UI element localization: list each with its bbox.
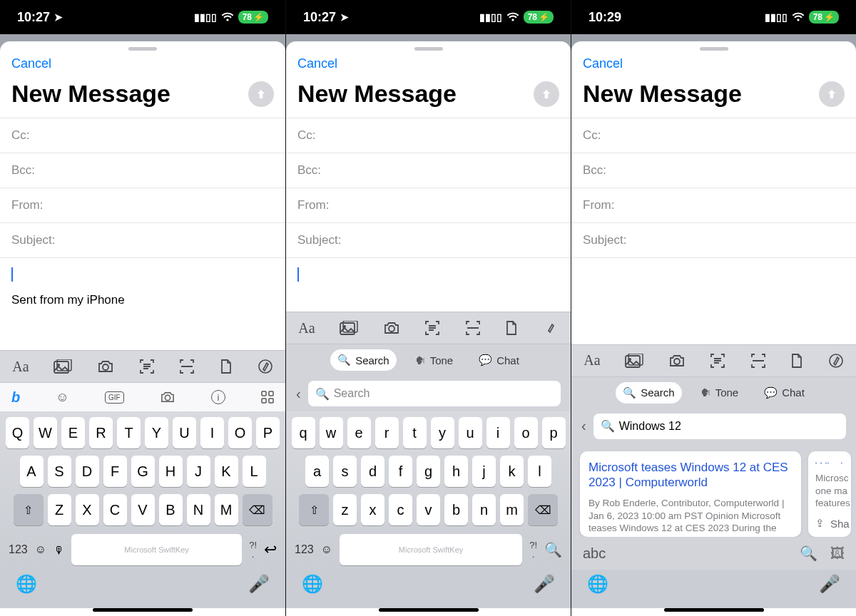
key-o[interactable]: O (228, 417, 252, 448)
emoji-key[interactable]: ☺ (35, 543, 46, 556)
key-x[interactable]: X (76, 494, 99, 525)
key-h[interactable]: H (159, 456, 183, 487)
key-i[interactable]: I (200, 417, 224, 448)
key-h[interactable]: h (444, 456, 468, 487)
keyboard[interactable]: qwertyuiop asdfghjkl ⇧ zxcvbnm ⌫ 123 ☺ M… (286, 411, 571, 570)
key-u[interactable]: U (173, 417, 196, 448)
key-c[interactable]: c (389, 494, 412, 525)
result-card-peek[interactable]: WindoRepor https:// Microsc one ma featu… (808, 451, 851, 538)
spacebar[interactable]: Microsoft SwiftKey (71, 534, 242, 565)
key-b[interactable]: b (444, 494, 468, 525)
globe-icon[interactable]: 🌐 (16, 574, 37, 594)
key-y[interactable]: y (431, 417, 454, 448)
from-field[interactable]: From: (571, 188, 856, 223)
send-button[interactable] (248, 81, 274, 107)
attachment-doc-icon[interactable] (220, 359, 233, 374)
key-i[interactable]: i (486, 417, 510, 448)
home-indicator[interactable] (664, 608, 764, 612)
image-mode-icon[interactable]: 🖼 (830, 545, 845, 562)
bcc-field[interactable]: Bcc: (286, 153, 571, 188)
key-x[interactable]: x (361, 494, 384, 525)
photos-icon[interactable] (54, 359, 72, 374)
from-field[interactable]: From: (0, 188, 285, 223)
key-f[interactable]: F (103, 456, 127, 487)
dictation-key[interactable]: 🎙 (54, 544, 64, 556)
key-g[interactable]: g (417, 456, 440, 487)
chat-chip[interactable]: 💬Chat (757, 382, 812, 404)
text-format-icon[interactable]: Aa (584, 352, 600, 369)
key-f[interactable]: f (389, 456, 412, 487)
cc-field[interactable]: Cc: (0, 118, 285, 153)
bcc-field[interactable]: Bcc: (0, 153, 285, 188)
key-y[interactable]: Y (145, 417, 168, 448)
markup-icon[interactable] (828, 353, 844, 369)
key-j[interactable]: j (472, 456, 496, 487)
photos-icon[interactable] (340, 321, 358, 335)
key-j[interactable]: J (187, 456, 210, 487)
scan-text-icon[interactable] (424, 320, 440, 336)
sheet-grabber[interactable] (128, 47, 157, 51)
text-format-icon[interactable]: Aa (298, 320, 315, 337)
mic-icon[interactable]: 🎤 (534, 574, 555, 594)
key-p[interactable]: P (256, 417, 280, 448)
key-g[interactable]: G (131, 456, 155, 487)
return-key[interactable]: ↩ (264, 540, 277, 559)
key-p[interactable]: p (542, 417, 566, 448)
backspace-key[interactable]: ⌫ (243, 494, 272, 525)
bing-icon[interactable]: b (11, 389, 20, 406)
tone-chip[interactable]: 🗣Tone (693, 382, 746, 403)
key-w[interactable]: w (320, 417, 343, 448)
key-u[interactable]: u (459, 417, 482, 448)
key-e[interactable]: E (61, 417, 85, 448)
globe-icon[interactable]: 🌐 (302, 574, 323, 594)
sheet-grabber[interactable] (414, 47, 443, 51)
bing-search-input[interactable]: 🔍 Search (308, 381, 561, 406)
camera-icon[interactable] (668, 354, 686, 368)
abc-keyboard-button[interactable]: abc (583, 545, 606, 562)
keyboard[interactable]: QWERTYUIOP ASDFGHJKL ⇧ ZXCVBNM ⌫ 123 ☺ 🎙… (0, 411, 285, 570)
sheet-grabber[interactable] (700, 47, 728, 51)
shift-key[interactable]: ⇧ (299, 494, 329, 525)
key-o[interactable]: o (514, 417, 538, 448)
home-indicator[interactable] (379, 608, 479, 612)
scan-doc-icon[interactable] (750, 353, 766, 369)
send-button[interactable] (819, 81, 845, 107)
key-v[interactable]: V (131, 494, 155, 525)
cancel-button[interactable]: Cancel (583, 56, 623, 71)
key-w[interactable]: W (34, 417, 57, 448)
chat-chip[interactable]: 💬Chat (472, 349, 526, 371)
photos-icon[interactable] (625, 354, 643, 368)
mic-icon[interactable]: 🎤 (248, 574, 270, 594)
camera-icon[interactable] (97, 359, 114, 374)
punctuation-key[interactable]: ?!. (249, 540, 257, 559)
numeric-key[interactable]: 123 (9, 543, 28, 556)
key-q[interactable]: q (292, 417, 315, 448)
from-field[interactable]: From: (286, 188, 571, 223)
key-e[interactable]: e (347, 417, 371, 448)
key-m[interactable]: M (215, 494, 238, 525)
search-chip[interactable]: 🔍Search (616, 382, 682, 404)
key-a[interactable]: A (20, 456, 44, 487)
key-s[interactable]: S (48, 456, 71, 487)
shift-key[interactable]: ⇧ (14, 494, 44, 525)
key-k[interactable]: K (215, 456, 238, 487)
key-s[interactable]: s (333, 456, 357, 487)
punctuation-key[interactable]: ?!. (529, 540, 537, 559)
send-button[interactable] (534, 81, 559, 107)
key-z[interactable]: Z (48, 494, 71, 525)
back-button[interactable]: ‹ (581, 418, 586, 434)
emoji-key[interactable]: ☺ (321, 543, 332, 556)
message-body[interactable] (286, 258, 571, 284)
cc-field[interactable]: Cc: (571, 118, 856, 153)
scan-doc-icon[interactable] (179, 359, 195, 374)
key-d[interactable]: D (76, 456, 99, 487)
attachment-doc-icon[interactable] (505, 320, 518, 336)
backspace-key[interactable]: ⌫ (528, 494, 558, 525)
markup-icon[interactable] (258, 359, 273, 374)
info-icon[interactable]: i (211, 390, 225, 404)
numeric-key[interactable]: 123 (295, 543, 314, 556)
key-r[interactable]: r (375, 417, 399, 448)
cancel-button[interactable]: Cancel (297, 56, 337, 71)
tone-chip[interactable]: 🗣Tone (408, 350, 461, 371)
key-n[interactable]: N (187, 494, 210, 525)
